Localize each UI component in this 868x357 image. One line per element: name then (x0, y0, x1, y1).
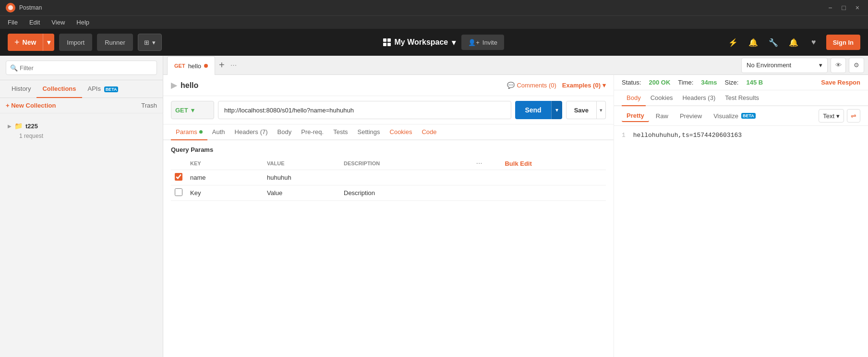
line-number-1: 1 (622, 132, 626, 139)
response-tab-headers[interactable]: Headers (3) (678, 90, 721, 106)
new-collection-button[interactable]: + New Collection (6, 102, 56, 109)
send-arrow-button[interactable]: ▾ (551, 101, 562, 119)
url-input[interactable] (218, 101, 511, 119)
param-description[interactable] (340, 170, 472, 185)
response-tab-test-results[interactable]: Test Results (720, 90, 764, 106)
examples-button[interactable]: Examples (0) ▾ (562, 82, 606, 89)
notifications-icon-button[interactable]: 🔔 (786, 35, 801, 50)
sidebar-search-bar: 🔍 (0, 56, 163, 80)
heart-icon-button[interactable]: ♥ (806, 35, 821, 50)
empty-key[interactable]: Key (186, 185, 263, 201)
settings-env-button[interactable]: ⚙ (849, 58, 864, 73)
response-section: Status: 200 OK Time: 34ms Size: 145 B Sa… (614, 75, 868, 357)
save-response-button[interactable]: Save Respon (821, 79, 860, 86)
window-controls[interactable]: − □ × (825, 3, 862, 12)
builder-button[interactable]: ⊞ ▾ (138, 34, 162, 51)
param-tab-cookies[interactable]: Cookies (385, 124, 417, 140)
new-button-main[interactable]: + New (8, 34, 43, 51)
sidebar-actions: + New Collection Trash (0, 98, 163, 113)
minimize-button[interactable]: − (825, 3, 835, 12)
param-tab-code[interactable]: Code (417, 124, 441, 140)
more-tabs-button[interactable]: ··· (229, 60, 239, 71)
sidebar-tab-apis[interactable]: APIs BETA (82, 80, 124, 98)
sync-icon-button[interactable]: ⚡ (725, 35, 741, 50)
send-button[interactable]: Send (515, 101, 551, 119)
title-arrow[interactable]: ▶ (171, 81, 177, 90)
param-tab-auth[interactable]: Auth (207, 124, 230, 140)
new-button[interactable]: + New ▾ (8, 34, 54, 51)
collection-header[interactable]: ▶ 📁 t225 (6, 119, 157, 133)
collection-item: ▶ 📁 t225 1 request (0, 117, 163, 141)
size-label: Size: (725, 79, 739, 86)
environment-select[interactable]: No Environment ▾ (741, 58, 828, 73)
bulk-more-button[interactable]: ··· (476, 159, 482, 168)
format-tab-preview[interactable]: Preview (675, 111, 707, 122)
save-arrow-button[interactable]: ▾ (597, 101, 606, 119)
format-tab-raw[interactable]: Raw (651, 111, 673, 122)
search-input[interactable] (20, 64, 153, 72)
param-tab-headers[interactable]: Headers (7) (230, 124, 273, 140)
content-area: GET hello + ··· No Environment ▾ 👁 ⚙ (163, 56, 868, 357)
search-input-wrap[interactable]: 🔍 (6, 61, 157, 75)
restore-button[interactable]: □ (839, 3, 848, 12)
text-format-select[interactable]: Text ▾ (819, 109, 844, 123)
comments-button[interactable]: 💬 Comments (0) (507, 82, 556, 89)
invite-button[interactable]: 👤+ Invite (461, 35, 504, 50)
response-tab-body[interactable]: Body (622, 90, 646, 106)
add-tab-button[interactable]: + (215, 60, 229, 71)
param-tab-prereq[interactable]: Pre-req. (296, 124, 328, 140)
request-tab-hello[interactable]: GET hello (167, 56, 215, 75)
bell-icon-button[interactable]: 🔔 (746, 35, 761, 50)
param-tab-body[interactable]: Body (273, 124, 297, 140)
folder-icon: 📁 (14, 122, 23, 130)
format-tab-pretty[interactable]: Pretty (622, 110, 649, 122)
menu-edit[interactable]: Edit (27, 18, 42, 27)
param-value[interactable]: huhuhuh (263, 170, 340, 185)
url-bar: GET ▾ Send ▾ Save ▾ (163, 96, 614, 124)
format-right-controls: Text ▾ ⇌ (819, 109, 860, 123)
tab-name: hello (188, 62, 201, 70)
sidebar-tab-collections[interactable]: Collections (36, 80, 82, 98)
wrap-button[interactable]: ⇌ (847, 109, 860, 123)
runner-button[interactable]: Runner (97, 34, 133, 51)
menu-help[interactable]: Help (74, 18, 91, 27)
eye-icon-button[interactable]: 👁 (831, 58, 846, 73)
save-button[interactable]: Save (566, 101, 597, 119)
response-body: 1 hellohuhuhuh,ts=1574420603163 (614, 126, 868, 357)
param-tab-params[interactable]: Params (171, 124, 207, 140)
param-key[interactable]: name (186, 170, 263, 185)
menu-view[interactable]: View (49, 18, 67, 27)
env-arrow: ▾ (819, 62, 822, 69)
param-empty-row: Key Value Description (171, 185, 606, 201)
sidebar-content: ▶ 📁 t225 1 request (0, 113, 163, 357)
sidebar-tab-history[interactable]: History (6, 80, 36, 98)
col-header-key: KEY (186, 157, 263, 170)
param-checkbox[interactable] (175, 173, 182, 181)
workspace-button[interactable]: My Workspace ▾ (383, 38, 456, 47)
settings-icon-button[interactable]: 🔧 (766, 35, 781, 50)
empty-value[interactable]: Value (263, 185, 340, 201)
param-tab-tests[interactable]: Tests (328, 124, 352, 140)
close-button[interactable]: × (853, 3, 862, 12)
format-tab-visualize[interactable]: Visualize BETA (709, 111, 760, 122)
response-tab-cookies[interactable]: Cookies (646, 90, 678, 106)
status-value: 200 OK (649, 79, 670, 86)
new-button-arrow[interactable]: ▾ (43, 34, 54, 51)
send-button-group: Send ▾ (515, 101, 562, 119)
import-button[interactable]: Import (59, 34, 92, 51)
sign-in-button[interactable]: Sign In (826, 35, 860, 50)
workspace-grid-icon (383, 38, 391, 46)
bulk-edit-button[interactable]: Bulk Edit (505, 160, 531, 167)
menu-bar: File Edit View Help (0, 15, 868, 29)
col-header-bulk-edit: Bulk Edit (501, 157, 606, 170)
new-button-label: New (23, 38, 36, 46)
empty-description[interactable]: Description (340, 185, 472, 201)
examples-label: Examples (0) (562, 82, 601, 89)
method-select[interactable]: GET ▾ (171, 101, 214, 119)
app-title: Postman (19, 4, 42, 11)
trash-button[interactable]: Trash (141, 102, 157, 109)
param-tab-settings[interactable]: Settings (353, 124, 385, 140)
comment-icon: 💬 (507, 82, 515, 89)
menu-file[interactable]: File (6, 18, 20, 27)
empty-param-checkbox[interactable] (175, 188, 182, 196)
